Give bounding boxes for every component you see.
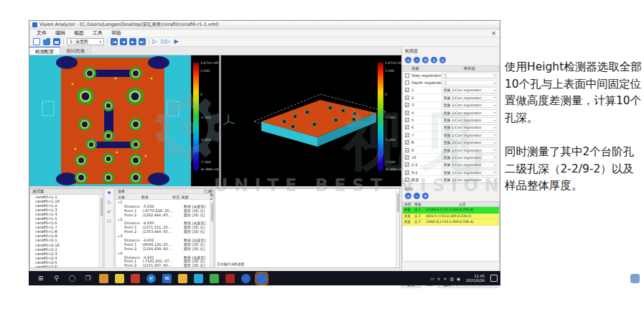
checkbox[interactable]: ✓	[405, 96, 409, 100]
menu-item[interactable]: 文件	[32, 29, 51, 37]
registrator-select[interactable]: 图像 1/Corr registrator	[442, 109, 498, 115]
taskbar-icon[interactable]	[225, 274, 235, 283]
checkbox[interactable]	[405, 81, 409, 85]
toolbar: 1: 深度图 ▾ |◀◀▶▶| ▷▷▷▶	[29, 37, 500, 47]
checkbox[interactable]: ✓	[405, 88, 409, 92]
tray-icon[interactable]: ▭	[430, 276, 434, 281]
taskbar-icon[interactable]	[210, 274, 219, 283]
registrator-select[interactable]: 图像 1/Corr registrator	[442, 124, 498, 130]
detector-button[interactable]: ✕	[422, 57, 429, 63]
checkbox[interactable]: ✓	[405, 178, 409, 182]
taskbar-icon[interactable]	[131, 274, 140, 283]
registrator-select[interactable]: 图像 1/Corr registrator	[442, 132, 498, 138]
taskbar-icon[interactable]	[115, 274, 124, 283]
taskbar-icon[interactable]: ◯	[67, 274, 77, 283]
save-icon[interactable]	[53, 38, 60, 45]
roi-row[interactable]: 矩形 点 2 (3903.8,1753.5,209.0,336.4)	[403, 219, 499, 226]
view-select[interactable]: 1: 深度图 ▾	[67, 38, 104, 45]
detector-button[interactable]: ∨	[439, 57, 446, 63]
checkbox[interactable]: ✓	[405, 111, 409, 115]
menu-item[interactable]: 视图	[70, 29, 88, 37]
detector-button[interactable]: ∧	[431, 57, 437, 63]
measurements-scrollbar[interactable]	[210, 200, 213, 267]
run-button[interactable]: ▶	[174, 38, 178, 45]
registrator-select[interactable]: 图像 1/Corr registrator	[442, 155, 498, 160]
roi-row[interactable]: 矩形 点 1 (2160.6,1772.2,326.0,292.6)	[403, 207, 499, 214]
run-button[interactable]: ▷	[152, 38, 157, 45]
detector-button[interactable]: +	[405, 57, 411, 63]
tool-icon[interactable]: ☑	[107, 219, 111, 224]
run-button[interactable]: ▷▷	[161, 38, 169, 45]
tray-icon[interactable]: ◉	[457, 276, 460, 281]
nav-button[interactable]: ▶|	[139, 38, 146, 45]
tool-icon[interactable]: ↻	[107, 201, 111, 206]
colorbar-3d	[378, 63, 383, 170]
tray-icon[interactable]: ∧	[437, 276, 440, 281]
tray-icon[interactable]: ▥	[449, 276, 454, 281]
checkbox[interactable]: ✓	[405, 118, 409, 122]
colorbar-tick: 0	[200, 93, 202, 96]
measurement-row[interactable]: Point 2 (1151.937,-60... 圆形 [3D 点] Point…	[116, 263, 213, 267]
slide-page: Vision Analyzer - [C:/Users/Longan/Deskt…	[0, 0, 644, 312]
close-icon[interactable]: ✕	[491, 30, 496, 37]
menu-item[interactable]: 编辑	[51, 29, 70, 37]
checkbox[interactable]: ✓	[405, 103, 409, 107]
roi-row[interactable]: 矩形 点 2 (835.9,1723.0,209.0,336.5)	[403, 214, 499, 220]
app-window: Vision Analyzer - [C:/Users/Longan/Deskt…	[29, 20, 500, 271]
nav-button[interactable]: |◀	[111, 38, 118, 45]
registrator-select[interactable]: 图像 1/Corr registrator	[442, 147, 498, 152]
taskbar-icon[interactable]: ✉	[162, 274, 172, 283]
checkbox[interactable]: ✓	[405, 162, 409, 167]
checkbox[interactable]: ✓	[405, 140, 409, 144]
checkbox[interactable]: ✓	[405, 170, 409, 175]
open-folder-icon[interactable]	[43, 38, 50, 45]
tool-icon[interactable]: ⚑	[107, 191, 111, 196]
taskbar-icon[interactable]: ⚲	[52, 274, 61, 283]
file-list-item[interactable]: cerafill-r2-6	[30, 265, 99, 267]
checkbox[interactable]: ✓	[405, 133, 409, 137]
file-list-scrollbar[interactable]	[99, 195, 103, 267]
view-tab[interactable]: 测试图像	[60, 47, 91, 55]
taskbar: ⊞⚲◯❐e✉ ▭∧✦▥◉ 11:05 2021/8/24	[29, 271, 500, 285]
taskbar-clock[interactable]: 11:05 2021/8/24	[463, 274, 487, 283]
registrator-select[interactable]: 无	[442, 73, 498, 78]
notification-icon[interactable]	[490, 275, 498, 282]
taskbar-icon[interactable]: ⊞	[36, 274, 45, 283]
taskbar-icon[interactable]	[257, 274, 266, 283]
taskbar-icon[interactable]	[178, 274, 187, 283]
checkbox[interactable]	[405, 73, 409, 78]
roi-button[interactable]: ✕	[422, 193, 429, 199]
taskbar-icon[interactable]: ❐	[83, 274, 93, 283]
checkbox[interactable]: ✓	[405, 155, 409, 160]
registrator-select[interactable]: 图像 1/Corr registrator	[442, 87, 498, 93]
registrator-select[interactable]: 图像 1/Corr registrator	[442, 170, 498, 175]
checkbox[interactable]: ✓	[405, 148, 409, 152]
registrator-select[interactable]: 图像 1/Corr registrator	[442, 102, 498, 108]
checkbox[interactable]: ✓	[405, 125, 409, 129]
taskbar-icon[interactable]	[241, 274, 251, 283]
menu-item[interactable]: 工具	[88, 29, 107, 37]
nav-button[interactable]: ▶	[129, 38, 136, 45]
view-3d[interactable]: 3.472e+00 2.500 0 -2.500 -5.000 -7.500 -…	[221, 55, 401, 186]
tool-icon[interactable]: ✔	[107, 210, 111, 215]
registrator-select[interactable]: 无	[442, 80, 498, 86]
registrator-select[interactable]: 图像 1/Corr registrator	[442, 162, 498, 168]
taskbar-icon[interactable]	[194, 274, 203, 283]
tray-icon[interactable]: ✦	[443, 276, 447, 281]
roi-button[interactable]: −	[414, 193, 420, 199]
nav-button[interactable]: ◀	[120, 38, 127, 45]
view-tab[interactable]: 检测配置	[29, 47, 60, 55]
taskbar-icon[interactable]: e	[146, 274, 156, 283]
registrator-select[interactable]: 图像 1/Corr registrator	[442, 95, 498, 101]
heightmap-view[interactable]: 3.472e+00 2.500 0 -2.500 -5.000 -7.500 -…	[29, 55, 219, 186]
registrator-select[interactable]: 图像 1/Corr registrator	[442, 117, 498, 123]
taskbar-icon[interactable]	[99, 274, 108, 283]
registrator-select[interactable]: 图像 1/Corr registrator	[442, 177, 498, 183]
detector-button[interactable]: −	[414, 57, 420, 63]
roi-button[interactable]: +	[405, 193, 411, 199]
menu-item[interactable]: 帮助	[107, 29, 126, 37]
registrator-select[interactable]: 图像 1/Corr registrator	[442, 139, 498, 145]
title-bar[interactable]: Vision Analyzer - [C:/Users/Longan/Deskt…	[29, 21, 500, 29]
log-scrollbar[interactable]	[396, 191, 399, 267]
new-file-icon[interactable]	[33, 38, 40, 45]
